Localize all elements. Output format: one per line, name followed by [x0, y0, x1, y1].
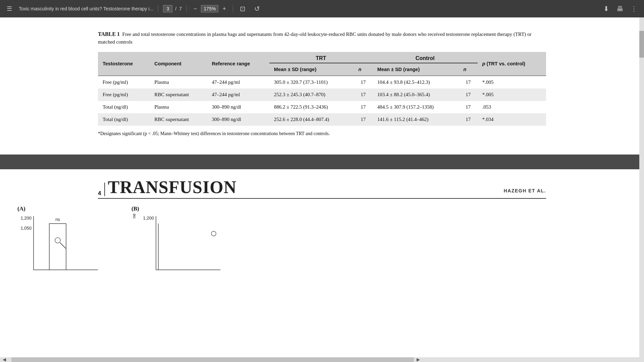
- divider-3: [233, 5, 233, 12]
- zoom-in-icon: +: [222, 5, 226, 12]
- toolbar-right-actions: ⬇ 🖶 ⋮: [601, 3, 639, 14]
- document-title: Toxic masculinity in red blood cell unit…: [19, 6, 153, 11]
- col-group-trt: TRT: [269, 52, 373, 63]
- zoom-out-button[interactable]: −: [192, 4, 199, 14]
- menu-icon: ☰: [7, 5, 12, 12]
- chart-b-label: (B): [131, 205, 227, 212]
- cell-refrange-1: 47–244 pg/ml: [207, 76, 269, 88]
- table-row: Total (ng/dl) RBC supernatant 300–890 ng…: [98, 113, 546, 126]
- bottom-scrollbar[interactable]: ◀ ▶: [0, 357, 644, 362]
- cell-trt-n-3: 17: [354, 101, 373, 113]
- menu-button[interactable]: ☰: [5, 4, 14, 14]
- more-options-button[interactable]: ⋮: [629, 3, 639, 14]
- svg-point-8: [55, 238, 60, 243]
- col-header-trt-mean: Mean ± SD (range): [269, 63, 354, 76]
- right-scrollbar[interactable]: [639, 17, 644, 362]
- print-button[interactable]: 🖶: [614, 4, 625, 14]
- table-footnote: *Designates significant (p < .05; Mann–W…: [98, 131, 546, 136]
- cell-trt-mean-3: 886.2 ± 722.5 (91.3–2436): [269, 101, 354, 113]
- zoom-controls: − +: [192, 4, 228, 14]
- col-group-control: Control: [373, 52, 478, 63]
- toolbar: ☰ Toxic masculinity in red blood cell un…: [0, 0, 644, 17]
- cell-pval-2: *.005: [478, 88, 546, 101]
- col-header-ctrl-mean: Mean ± SD (range): [373, 63, 459, 76]
- chart-a-svg: 1,200 1,050 ns: [17, 214, 105, 270]
- cell-ctrl-mean-2: 103.4 ± 88.2 (45.0–365.4): [373, 88, 459, 101]
- table-caption-text: Free and total testosterone concentratio…: [98, 32, 532, 45]
- col-header-pvalue: p (TRT vs. control): [478, 52, 546, 76]
- page-number-input[interactable]: [163, 5, 172, 12]
- page-separator: /: [175, 6, 176, 11]
- page-separator: [0, 155, 644, 169]
- cell-testosterone-1: Free (pg/ml): [98, 76, 150, 88]
- fit-page-icon: ⊡: [240, 5, 246, 12]
- journal-name: TRANSFUSION: [108, 179, 236, 196]
- scroll-left-arrow[interactable]: ◀: [0, 357, 9, 362]
- col-header-refrange: Reference range: [207, 52, 269, 76]
- chart-panel-a: (A) 1,200 1,050: [17, 205, 105, 270]
- svg-text:1,200: 1,200: [143, 216, 154, 221]
- page-total: 7: [179, 6, 182, 11]
- cell-ctrl-n-2: 17: [459, 88, 478, 101]
- cell-trt-n-1: 17: [354, 76, 373, 88]
- download-button[interactable]: ⬇: [601, 3, 611, 14]
- cell-pval-3: .053: [478, 101, 546, 113]
- journal-author: HAZEGH ET AL.: [504, 188, 546, 196]
- cell-trt-mean-1: 305.0 ± 320.7 (37.3–1101): [269, 76, 354, 88]
- table-caption: TABLE 1 Free and total testosterone conc…: [98, 30, 546, 46]
- download-icon: ⬇: [603, 5, 609, 12]
- fit-page-button[interactable]: ⊡: [238, 3, 248, 14]
- cell-component-4: RBC supernatant: [150, 113, 207, 126]
- cell-refrange-4: 300–890 ng/dl: [207, 113, 269, 126]
- journal-header: 4 TRANSFUSION HAZEGH ET AL.: [98, 179, 546, 199]
- journal-left: 4 TRANSFUSION: [98, 179, 236, 196]
- cell-trt-n-4: 17: [354, 113, 373, 126]
- chart-a-label: (A): [17, 205, 105, 212]
- rotate-icon: ↺: [254, 5, 260, 12]
- cell-ctrl-n-3: 17: [459, 101, 478, 113]
- table-label: TABLE 1: [98, 31, 120, 37]
- cell-ctrl-n-1: 17: [459, 76, 478, 88]
- col-header-component: Component: [150, 52, 207, 76]
- svg-line-9: [60, 243, 66, 249]
- document-page: TABLE 1 Free and total testosterone conc…: [80, 17, 564, 155]
- journal-page-number: 4: [98, 190, 101, 196]
- content-area: TABLE 1 Free and total testosterone conc…: [0, 17, 644, 362]
- charts-area: (A) 1,200 1,050: [0, 205, 644, 270]
- chart-b-container: ne 1,200: [131, 214, 227, 270]
- scrollbar-thumb[interactable]: [639, 31, 644, 58]
- chart-a-container: 1,200 1,050 ns: [17, 214, 105, 270]
- bottom-scrollbar-thumb[interactable]: [11, 357, 414, 362]
- rotate-button[interactable]: ↺: [252, 3, 262, 14]
- svg-text:ns: ns: [55, 217, 60, 222]
- cell-testosterone-4: Total (ng/dl): [98, 113, 150, 126]
- cell-testosterone-2: Free (pg/ml): [98, 88, 150, 101]
- cell-testosterone-3: Total (ng/dl): [98, 101, 150, 113]
- table-row: Total (ng/dl) Plasma 300–890 ng/dl 886.2…: [98, 101, 546, 113]
- svg-text:1,050: 1,050: [20, 226, 32, 231]
- zoom-out-icon: −: [194, 5, 197, 12]
- divider-1: [158, 5, 158, 12]
- divider-2: [186, 5, 187, 12]
- svg-text:1,200: 1,200: [20, 216, 32, 221]
- cell-trt-mean-2: 252.3 ± 245.3 (40.7–870): [269, 88, 354, 101]
- chart-panel-b: (B) ne 1,200: [131, 205, 227, 270]
- page-header-bottom: 4 TRANSFUSION HAZEGH ET AL.: [80, 169, 564, 199]
- chart-b-y-label: ne: [131, 214, 137, 218]
- journal-vertical-line: [104, 183, 105, 196]
- col-header-testosterone: Testosterone: [98, 52, 150, 76]
- cell-trt-n-2: 17: [354, 88, 373, 101]
- cell-refrange-2: 47–244 pg/ml: [207, 88, 269, 101]
- cell-ctrl-mean-3: 484.5 ± 307.9 (157.2–1358): [373, 101, 459, 113]
- chart-b-svg: 1,200: [140, 214, 227, 270]
- table-row: Free (pg/ml) RBC supernatant 47–244 pg/m…: [98, 88, 546, 101]
- page-navigation: / 7: [163, 5, 182, 12]
- col-header-ctrl-n: n: [459, 63, 478, 76]
- scroll-right-arrow[interactable]: ▶: [414, 357, 423, 362]
- zoom-in-button[interactable]: +: [220, 4, 228, 14]
- col-header-trt-n: n: [354, 63, 373, 76]
- cell-pval-4: *.034: [478, 113, 546, 126]
- zoom-input[interactable]: [201, 5, 218, 12]
- more-options-icon: ⋮: [631, 5, 637, 12]
- cell-ctrl-mean-1: 104.4 ± 93.8 (42.5–412.3): [373, 76, 459, 88]
